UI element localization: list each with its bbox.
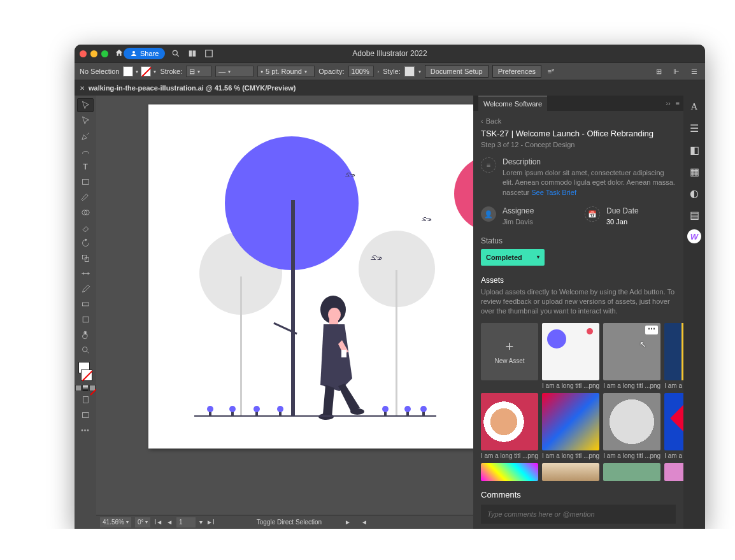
app-window: Adobe Illustrator 2022 Share No Selectio… [75,45,705,529]
new-asset-button[interactable]: +New Asset [481,323,538,389]
share-button[interactable]: Share [124,48,165,59]
layers-panel-icon[interactable]: ◧ [687,143,701,157]
artboard-nav-last-icon[interactable]: ►I [206,519,215,526]
asset-filename: I am a long titl ...png [542,452,599,459]
arrange-icon[interactable] [203,48,215,59]
status-dropdown[interactable]: Completed ▾ [481,249,545,266]
collapse-panel-icon[interactable]: ›› [666,99,670,107]
stroke-profile-dropdown[interactable]: —▾ [215,66,253,77]
asset-item[interactable]: I am a long titl ...png [542,393,599,459]
width-tool[interactable] [77,266,94,280]
document-setup-button[interactable]: Document Setup [425,65,489,78]
opacity-more-icon[interactable]: › [378,69,380,75]
hand-tool[interactable] [77,327,94,341]
screen-mode-icon[interactable] [77,408,94,422]
rectangle-tool[interactable] [77,175,94,189]
properties-panel-icon[interactable]: A [687,99,701,113]
svg-point-22 [350,408,364,415]
artboard[interactable]: 𐦐 𐦐 𐦐 [148,104,473,449]
asset-item[interactable]: I am a long titl ...png [664,393,683,459]
asset-item[interactable] [481,463,538,481]
asset-item[interactable]: I am a long titl ...png [603,393,660,459]
stroke-color-icon[interactable] [81,370,92,381]
maximize-window[interactable] [101,50,108,57]
back-button[interactable]: ‹ Back [481,117,676,125]
opacity-field[interactable]: 100% [348,66,374,77]
comment-input[interactable] [481,505,676,524]
artboard-number[interactable]: 1 [176,517,196,528]
scroll-left-icon[interactable]: ◄ [361,519,368,526]
fill-stroke-control[interactable] [77,362,94,381]
assignee-avatar-icon: 👤 [481,206,496,222]
curvature-tool[interactable] [77,144,94,158]
nav-next-icon[interactable]: ► [345,519,351,526]
close-window[interactable] [80,50,87,57]
panel-menu-icon[interactable]: ≡ [676,99,680,107]
panel-tab-welcome[interactable]: Welcome Software [478,96,547,111]
direct-selection-tool[interactable] [77,113,94,127]
menu-icon[interactable]: ☰ [689,66,700,77]
artboard-nav-prev-icon[interactable]: ◄ [166,519,173,526]
document-tab[interactable]: ✕ walking-in-the-peace-illustration.ai @… [75,80,705,96]
align-icon[interactable]: ≡* [545,66,557,77]
rotate-tool[interactable] [77,236,94,250]
zoom-tool[interactable] [77,343,94,357]
asset-filename: I am a long titl ...png [603,452,660,459]
style-label: Style: [383,68,401,75]
asset-item[interactable] [603,463,660,481]
color-mode-control[interactable] [75,385,96,391]
due-date-heading: Due Date [606,206,676,215]
document-name: walking-in-the-peace-illustration.ai @ 4… [89,84,296,92]
isolate-icon[interactable]: ⊩ [671,66,682,77]
brush-dropdown[interactable]: • 5 pt. Round▾ [257,66,315,77]
welcome-plugin-icon[interactable]: W [687,229,701,243]
color-panel-icon[interactable]: ◐ [687,186,701,200]
fill-swatch[interactable] [123,66,133,76]
swatches-panel-icon[interactable]: ▤ [687,208,701,222]
svg-rect-9 [82,255,86,259]
scale-tool[interactable] [77,251,94,265]
svg-rect-12 [83,317,89,322]
libraries-panel-icon[interactable]: ☰ [687,121,701,135]
illustration-shape [240,276,242,417]
new-asset-label: New Asset [494,357,524,364]
type-tool[interactable]: T [77,159,94,173]
status-value: Completed [486,254,522,261]
selection-tool[interactable] [77,98,94,112]
snap-icon[interactable]: ⊞ [653,66,664,77]
pen-tool[interactable] [77,129,94,143]
close-tab-icon[interactable]: ✕ [80,85,85,92]
asset-item[interactable]: ↖I am a long titl ...png [603,323,660,389]
asset-item[interactable]: I am a long titl ...png [481,393,538,459]
artboard-nav-next-icon[interactable]: ▾ [199,519,203,526]
stroke-weight-dropdown[interactable]: ⊟▾ [186,66,211,77]
appearance-panel-icon[interactable]: ▦ [687,164,701,178]
search-icon[interactable] [170,48,182,59]
shape-builder-tool[interactable] [77,205,94,219]
asset-item[interactable] [542,463,599,481]
edit-toolbar-icon[interactable]: ••• [81,427,90,434]
stroke-swatch[interactable] [141,66,151,76]
preferences-button[interactable]: Preferences [492,65,541,78]
eraser-tool[interactable] [77,220,94,234]
artboard-tool[interactable] [77,312,94,326]
canvas-area[interactable]: 𐦐 𐦐 𐦐 [96,96,473,529]
brush-label: 5 pt. Round [266,68,302,75]
eyedropper-tool[interactable] [77,282,94,296]
svg-point-21 [318,413,334,420]
asset-item[interactable] [664,463,683,481]
see-task-brief-link[interactable]: See Task Brief [531,189,576,196]
paintbrush-tool[interactable] [77,190,94,204]
zoom-dropdown[interactable]: 41.56%▾ [100,517,131,528]
svg-line-14 [87,351,89,353]
home-icon[interactable] [115,48,124,59]
asset-item[interactable]: I am a long titl ...png [542,323,599,389]
gradient-tool[interactable] [77,297,94,311]
minimize-window[interactable] [90,50,97,57]
artboard-nav-first-icon[interactable]: I◄ [154,519,162,526]
workspace-icon[interactable] [187,48,198,59]
asset-item[interactable]: I am a long titl ...png [664,323,683,389]
rotate-dropdown[interactable]: 0°▾ [135,517,151,528]
graphic-style-swatch[interactable] [404,66,415,76]
description-text: Lorem ipsum dolor sit amet, consectetuer… [503,168,676,197]
